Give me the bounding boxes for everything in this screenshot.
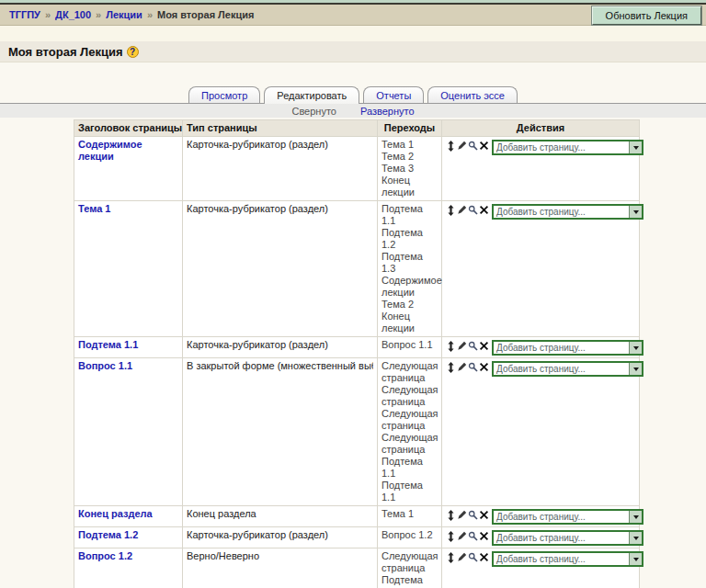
delete-icon[interactable] xyxy=(479,341,489,352)
delete-icon[interactable] xyxy=(479,141,489,152)
add-page-select-label: Добавить страницу... xyxy=(494,342,629,354)
table-row: Вопрос 1.1 В закрытой форме (множественн… xyxy=(74,358,640,506)
page-actions: Добавить страницу... xyxy=(446,529,635,546)
preview-icon[interactable] xyxy=(468,341,478,352)
table-row: Конец раздела Конец раздела Тема 1 Добав… xyxy=(74,506,640,527)
help-icon[interactable]: ? xyxy=(127,46,139,58)
page-title-link[interactable]: Вопрос 1.2 xyxy=(78,550,132,561)
preview-icon[interactable] xyxy=(468,205,478,216)
tab-reports[interactable]: Отчеты xyxy=(363,86,424,103)
delete-icon[interactable] xyxy=(479,362,489,373)
page-jumps: Тема 1Тема 2Тема 3Конец лекции xyxy=(378,137,442,201)
add-page-select[interactable]: Добавить страницу... xyxy=(492,340,643,356)
page-title-link[interactable]: Подтема 1.1 xyxy=(78,339,138,350)
breadcrumb-separator: » xyxy=(147,9,153,20)
page-title-link[interactable]: Подтема 1.2 xyxy=(78,529,138,540)
chevron-down-icon xyxy=(633,515,639,519)
add-page-select[interactable]: Добавить страницу... xyxy=(492,509,643,525)
jump-item: Тема 2 xyxy=(381,299,438,311)
page-title-link[interactable]: Тема 1 xyxy=(78,203,110,214)
subnav-collapsed: Свернуто xyxy=(291,106,336,117)
preview-icon[interactable] xyxy=(468,531,478,542)
table-row: Тема 1 Карточка-рубрикатор (раздел) Подт… xyxy=(74,201,640,337)
add-page-select[interactable]: Добавить страницу... xyxy=(492,140,643,155)
heading-bar: Моя вторая Лекция ? xyxy=(0,41,706,62)
jump-item: Конец лекции xyxy=(381,175,438,198)
dropdown-arrow-button[interactable] xyxy=(629,553,642,565)
table-header-row: Заголовок страницы Тип страницы Переходы… xyxy=(74,120,640,137)
jump-item: Вопрос 1.2 xyxy=(381,529,438,541)
breadcrumb-link-course[interactable]: ДК_100 xyxy=(55,9,91,20)
edit-icon[interactable] xyxy=(457,510,467,521)
page-type: Карточка-рубрикатор (раздел) xyxy=(187,203,373,215)
add-page-select[interactable]: Добавить страницу... xyxy=(492,530,643,546)
breadcrumb-link-tggpu[interactable]: ТГГПУ xyxy=(9,9,40,20)
jump-item: Следующая страница xyxy=(381,360,438,384)
edit-icon[interactable] xyxy=(457,341,467,352)
dropdown-arrow-button[interactable] xyxy=(629,206,642,218)
page-actions: Добавить страницу... xyxy=(446,339,635,356)
update-lesson-button[interactable]: Обновить Лекция xyxy=(592,6,701,25)
jump-item: Тема 3 xyxy=(381,163,438,175)
add-page-select-label: Добавить страницу... xyxy=(494,141,629,153)
tab-grade-essays[interactable]: Оценить эссе xyxy=(427,86,518,103)
tab-edit[interactable]: Редактировать xyxy=(264,86,359,104)
page-jumps: Подтема 1.1Подтема 1.2Подтема 1.3Содержи… xyxy=(378,201,442,337)
add-page-select[interactable]: Добавить страницу... xyxy=(492,361,643,377)
move-icon[interactable] xyxy=(446,510,456,521)
delete-icon[interactable] xyxy=(479,552,489,563)
jump-item: Подтема 1.2 xyxy=(381,574,438,588)
preview-icon[interactable] xyxy=(468,552,478,563)
preview-icon[interactable] xyxy=(468,510,478,521)
add-page-select[interactable]: Добавить страницу... xyxy=(492,551,643,567)
edit-icon[interactable] xyxy=(457,362,467,373)
table-row: Подтема 1.1 Карточка-рубрикатор (раздел)… xyxy=(74,337,640,358)
page-title-link[interactable]: Содержимое лекции xyxy=(78,139,142,162)
page-title-link[interactable]: Конец раздела xyxy=(78,508,153,519)
header-page-type: Тип страницы xyxy=(183,120,378,137)
move-icon[interactable] xyxy=(446,205,456,216)
dropdown-arrow-button[interactable] xyxy=(629,141,642,153)
subnav-expanded[interactable]: Развернуто xyxy=(360,106,415,117)
jump-item: Тема 1 xyxy=(381,508,438,520)
chevron-down-icon xyxy=(633,368,639,371)
jump-item: Содержимое лекции xyxy=(381,275,438,299)
edit-icon[interactable] xyxy=(457,205,467,216)
move-icon[interactable] xyxy=(446,362,456,373)
page-title-link[interactable]: Вопрос 1.1 xyxy=(78,360,132,371)
spacer xyxy=(0,26,706,41)
delete-icon[interactable] xyxy=(479,531,489,542)
delete-icon[interactable] xyxy=(479,510,489,521)
page-actions: Добавить страницу... xyxy=(446,508,635,525)
preview-icon[interactable] xyxy=(468,141,478,152)
add-page-select[interactable]: Добавить страницу... xyxy=(492,204,643,220)
dropdown-arrow-button[interactable] xyxy=(629,511,642,523)
chevron-down-icon xyxy=(633,346,639,350)
move-icon[interactable] xyxy=(446,141,456,152)
breadcrumb-separator: » xyxy=(45,9,51,20)
dropdown-arrow-button[interactable] xyxy=(629,342,642,354)
move-icon[interactable] xyxy=(446,341,456,352)
jump-item: Подтема 1.1 xyxy=(381,456,438,480)
chevron-down-icon xyxy=(633,537,639,540)
add-page-select-label: Добавить страницу... xyxy=(494,363,629,375)
dropdown-arrow-button[interactable] xyxy=(629,363,642,375)
jump-item: Подтема 1.1 xyxy=(381,480,438,503)
page-actions: Добавить страницу... xyxy=(446,139,635,155)
edit-icon[interactable] xyxy=(457,552,467,563)
table-row: Подтема 1.2 Карточка-рубрикатор (раздел)… xyxy=(74,527,640,548)
move-icon[interactable] xyxy=(446,531,456,542)
dropdown-arrow-button[interactable] xyxy=(629,532,642,544)
preview-icon[interactable] xyxy=(468,362,478,373)
page-actions: Добавить страницу... xyxy=(446,360,635,377)
page-type: Карточка-рубрикатор (раздел) xyxy=(187,339,373,351)
edit-icon[interactable] xyxy=(457,531,467,542)
delete-icon[interactable] xyxy=(479,205,489,216)
jump-item: Следующая страница xyxy=(381,408,438,432)
tab-view[interactable]: Просмотр xyxy=(188,86,260,103)
breadcrumb-link-lessons[interactable]: Лекции xyxy=(106,9,142,20)
edit-icon[interactable] xyxy=(457,141,467,152)
page-type: Конец раздела xyxy=(187,508,373,520)
move-icon[interactable] xyxy=(446,552,456,563)
add-page-select-label: Добавить страницу... xyxy=(494,553,629,565)
